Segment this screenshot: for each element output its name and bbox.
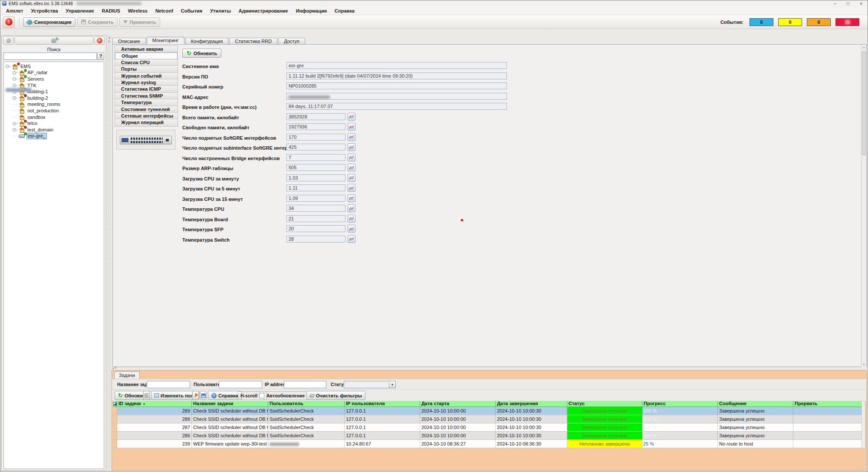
tree-node-building-2[interactable]: building-2: [4, 95, 104, 102]
tree-back-button[interactable]: [3, 36, 13, 45]
menu-item-9[interactable]: Информация: [292, 7, 331, 15]
task-user-filter-input[interactable]: [219, 381, 262, 388]
submenu-item-3[interactable]: Порты: [115, 66, 178, 72]
field-value[interactable]: 3852928: [286, 113, 345, 120]
tree-close-button[interactable]: ×: [94, 36, 105, 45]
hscroll-toggle[interactable]: H-scroll: [238, 391, 267, 400]
field-value[interactable]: 1.09: [286, 195, 345, 202]
task-export-button[interactable]: [200, 391, 207, 400]
maximize-button[interactable]: □: [847, 1, 849, 6]
menu-item-7[interactable]: Утилиты: [206, 7, 235, 15]
task-name-filter-input[interactable]: [147, 381, 190, 388]
chart-button[interactable]: [348, 123, 355, 131]
main-vertical-scrollbar[interactable]: ▴ ▾: [861, 45, 866, 367]
column-header-9[interactable]: Прервать: [793, 401, 862, 407]
help-button[interactable]: ? Справка: [208, 391, 242, 400]
menu-item-3[interactable]: RADIUS: [98, 7, 124, 15]
tree-sync-button[interactable]: [14, 36, 93, 45]
task-row-288[interactable]: 288Check SSID scheduler without DB for .…: [113, 415, 862, 423]
chevron-down-icon[interactable]: ▼: [389, 381, 395, 388]
submenu-item-7[interactable]: Статистика SNMP: [115, 93, 178, 99]
column-header-1[interactable]: Название задачи: [192, 401, 268, 407]
menu-item-2[interactable]: Управление: [62, 7, 98, 15]
field-value[interactable]: 1.11: [286, 184, 345, 191]
chart-button[interactable]: [348, 215, 355, 223]
field-value[interactable]: 20: [286, 225, 345, 232]
tree-node-meeting_rooms[interactable]: meeting_rooms: [4, 102, 104, 108]
search-help-button[interactable]: ?: [97, 52, 104, 60]
field-value[interactable]: [286, 93, 507, 100]
submenu-item-10[interactable]: Сетевые интерфейсы: [115, 113, 178, 119]
scrollbar-thumb[interactable]: [862, 51, 866, 155]
refresh-button[interactable]: ↻ Обновить: [182, 49, 221, 58]
minimize-button[interactable]: −: [834, 1, 836, 6]
tree-expander-icon[interactable]: [13, 96, 19, 100]
menu-item-4[interactable]: Wireless: [124, 7, 151, 15]
search-input[interactable]: [3, 52, 97, 60]
event-counter-0[interactable]: 0: [750, 18, 773, 26]
submenu-item-2[interactable]: Список CPU: [115, 59, 178, 66]
submenu-item-9[interactable]: Состояние туннелей: [115, 106, 178, 113]
task-abort-cell[interactable]: [793, 432, 862, 439]
submenu-item-11[interactable]: Журнал операций: [115, 119, 178, 126]
task-abort-cell[interactable]: [793, 407, 862, 415]
submenu-item-1[interactable]: Общие: [115, 52, 178, 59]
event-counter-1[interactable]: 0: [778, 18, 802, 26]
alarm-button[interactable]: !: [3, 16, 15, 28]
field-value[interactable]: 21: [286, 215, 345, 222]
field-value[interactable]: 1.03: [286, 174, 345, 181]
task-row-286[interactable]: 286Check SSID scheduler without DB for .…: [113, 432, 862, 440]
tree-node-esr-gre_[interactable]: esr-gre_: [4, 133, 104, 140]
chart-button[interactable]: [348, 133, 355, 141]
task-list-view-button[interactable]: [143, 391, 150, 400]
field-value[interactable]: 84 days, 11:17:07.07: [286, 103, 507, 110]
tab-Мониторинг[interactable]: Мониторинг: [147, 37, 184, 45]
task-row-239[interactable]: 239WEP firmware update wep-30l-test (1..…: [113, 440, 862, 448]
menu-item-1[interactable]: Устройства: [27, 7, 62, 15]
chart-button[interactable]: [348, 184, 355, 192]
menu-item-0[interactable]: Апплет: [2, 7, 27, 15]
tree-node-not_production[interactable]: not_production: [4, 108, 104, 114]
close-button[interactable]: ×: [860, 1, 862, 6]
sync-button[interactable]: Синхронизация: [23, 17, 76, 27]
tab-Доступ[interactable]: Доступ: [278, 38, 305, 45]
tree-node-telco[interactable]: telco: [4, 120, 104, 127]
apply-button[interactable]: Применить: [119, 17, 160, 27]
splitter-arrows-icon[interactable]: ▴▾: [112, 366, 117, 370]
horizontal-splitter[interactable]: ▴▾: [112, 367, 867, 370]
clear-filters-button[interactable]: Очистить фильтры: [306, 391, 365, 400]
submenu-item-6[interactable]: Статистика ICMP: [115, 86, 178, 92]
column-header-8[interactable]: Сообщение: [718, 401, 793, 407]
chart-button[interactable]: [348, 164, 355, 171]
column-header-4[interactable]: Дата старта: [420, 401, 496, 407]
field-value[interactable]: 7: [286, 154, 345, 161]
chart-button[interactable]: [348, 113, 355, 121]
tree-expander-icon[interactable]: [13, 128, 19, 131]
tree-node-AP_radar[interactable]: AP_radar: [4, 70, 104, 76]
tree-node-sandbox[interactable]: sandbox: [4, 114, 104, 121]
chart-button[interactable]: [348, 174, 355, 182]
tab-Статистика RRD[interactable]: Статистика RRD: [229, 38, 277, 45]
column-header-6[interactable]: Статус: [567, 401, 642, 407]
tab-Описание[interactable]: Описание: [112, 38, 146, 45]
task-abort-cell[interactable]: [793, 423, 862, 431]
column-header-3[interactable]: IP пользователя: [345, 401, 420, 407]
chart-button[interactable]: [348, 194, 355, 202]
divider-arrows-icon[interactable]: ◂▸: [107, 36, 111, 43]
save-button[interactable]: Сохранить: [77, 17, 118, 27]
column-header-0[interactable]: ID задачи▼: [117, 401, 192, 407]
tree-expander-icon[interactable]: [6, 65, 12, 68]
submenu-item-4[interactable]: Журнал событий: [115, 73, 178, 79]
field-value[interactable]: 425: [286, 144, 345, 151]
table-corner-cell[interactable]: [113, 401, 117, 407]
tree-expander-icon[interactable]: [13, 71, 19, 75]
column-header-5[interactable]: Дата завершения: [496, 401, 567, 407]
submenu-item-0[interactable]: Активные аварии: [115, 46, 178, 52]
field-value[interactable]: 1.11.12 build 2[f6792efe9] (date 04/07/2…: [286, 72, 507, 79]
scroll-down-icon[interactable]: ▾: [861, 363, 866, 367]
scroll-up-icon[interactable]: ▴: [861, 46, 866, 49]
field-value[interactable]: 170: [286, 134, 345, 141]
field-value[interactable]: 34: [286, 205, 345, 212]
task-table-scrollbar[interactable]: [861, 401, 865, 449]
tab-Конфигурация[interactable]: Конфигурация: [185, 38, 229, 45]
